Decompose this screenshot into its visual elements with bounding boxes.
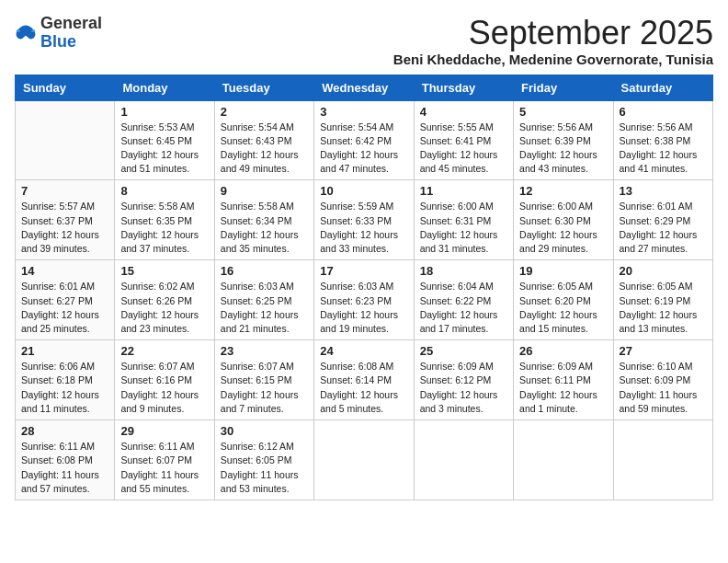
day-content: Sunrise: 5:58 AM Sunset: 6:35 PM Dayligh… (120, 200, 208, 256)
day-number: 20 (620, 264, 707, 278)
day-number: 21 (21, 344, 108, 358)
day-number: 28 (21, 424, 108, 438)
day-number: 29 (120, 424, 208, 438)
day-number: 15 (120, 264, 208, 278)
day-content: Sunrise: 5:59 AM Sunset: 6:33 PM Dayligh… (320, 200, 407, 256)
header-row: SundayMondayTuesdayWednesdayThursdayFrid… (16, 75, 713, 100)
logo: General Blue (15, 15, 102, 52)
calendar-body: 1Sunrise: 5:53 AM Sunset: 6:45 PM Daylig… (16, 100, 713, 500)
day-number: 11 (420, 184, 507, 198)
day-content: Sunrise: 5:55 AM Sunset: 6:41 PM Dayligh… (420, 121, 507, 177)
page-header: General Blue September 2025 Beni Kheddac… (15, 15, 713, 67)
calendar-day: 29Sunrise: 6:11 AM Sunset: 6:07 PM Dayli… (115, 420, 214, 500)
calendar-day: 27Sunrise: 6:10 AM Sunset: 6:09 PM Dayli… (613, 340, 712, 420)
calendar-day: 1Sunrise: 5:53 AM Sunset: 6:45 PM Daylig… (115, 100, 214, 180)
title-block: September 2025 Beni Kheddache, Medenine … (393, 15, 713, 67)
day-content: Sunrise: 5:54 AM Sunset: 6:42 PM Dayligh… (320, 121, 407, 177)
day-number: 19 (519, 264, 607, 278)
column-header-sunday: Sunday (16, 75, 115, 100)
calendar-day: 11Sunrise: 6:00 AM Sunset: 6:31 PM Dayli… (414, 180, 513, 260)
day-content: Sunrise: 6:05 AM Sunset: 6:19 PM Dayligh… (620, 280, 707, 336)
day-number: 8 (120, 184, 208, 198)
calendar-day: 12Sunrise: 6:00 AM Sunset: 6:30 PM Dayli… (514, 180, 613, 260)
calendar-day: 13Sunrise: 6:01 AM Sunset: 6:29 PM Dayli… (613, 180, 712, 260)
calendar-day: 19Sunrise: 6:05 AM Sunset: 6:20 PM Dayli… (514, 260, 613, 340)
calendar-week-1: 1Sunrise: 5:53 AM Sunset: 6:45 PM Daylig… (16, 100, 713, 180)
calendar-day: 22Sunrise: 6:07 AM Sunset: 6:16 PM Dayli… (115, 340, 214, 420)
calendar-header: SundayMondayTuesdayWednesdayThursdayFrid… (16, 75, 713, 100)
day-number: 14 (21, 264, 108, 278)
calendar-week-5: 28Sunrise: 6:11 AM Sunset: 6:08 PM Dayli… (16, 420, 713, 500)
day-number: 12 (519, 184, 607, 198)
day-content: Sunrise: 6:10 AM Sunset: 6:09 PM Dayligh… (620, 360, 707, 416)
day-number: 25 (420, 344, 507, 358)
day-number: 18 (420, 264, 507, 278)
calendar-day: 23Sunrise: 6:07 AM Sunset: 6:15 PM Dayli… (214, 340, 313, 420)
day-content: Sunrise: 6:03 AM Sunset: 6:23 PM Dayligh… (320, 280, 407, 336)
logo-blue: Blue (40, 33, 102, 52)
calendar-day (514, 420, 613, 500)
day-content: Sunrise: 6:07 AM Sunset: 6:16 PM Dayligh… (120, 360, 208, 416)
day-content: Sunrise: 6:01 AM Sunset: 6:27 PM Dayligh… (21, 280, 108, 336)
day-content: Sunrise: 5:56 AM Sunset: 6:39 PM Dayligh… (519, 121, 607, 177)
day-content: Sunrise: 6:08 AM Sunset: 6:14 PM Dayligh… (320, 360, 407, 416)
day-content: Sunrise: 6:12 AM Sunset: 6:05 PM Dayligh… (221, 440, 308, 496)
day-number: 5 (519, 105, 607, 119)
day-number: 23 (221, 344, 308, 358)
calendar-day (16, 100, 115, 180)
calendar-day: 30Sunrise: 6:12 AM Sunset: 6:05 PM Dayli… (214, 420, 313, 500)
day-content: Sunrise: 5:56 AM Sunset: 6:38 PM Dayligh… (620, 121, 707, 177)
day-content: Sunrise: 5:58 AM Sunset: 6:34 PM Dayligh… (221, 200, 308, 256)
day-number: 9 (221, 184, 308, 198)
calendar-day: 4Sunrise: 5:55 AM Sunset: 6:41 PM Daylig… (414, 100, 513, 180)
calendar-day: 24Sunrise: 6:08 AM Sunset: 6:14 PM Dayli… (314, 340, 414, 420)
calendar-day: 2Sunrise: 5:54 AM Sunset: 6:43 PM Daylig… (214, 100, 313, 180)
day-content: Sunrise: 6:00 AM Sunset: 6:31 PM Dayligh… (420, 200, 507, 256)
calendar-week-3: 14Sunrise: 6:01 AM Sunset: 6:27 PM Dayli… (16, 260, 713, 340)
calendar-day: 7Sunrise: 5:57 AM Sunset: 6:37 PM Daylig… (16, 180, 115, 260)
day-number: 10 (320, 184, 407, 198)
calendar-day: 28Sunrise: 6:11 AM Sunset: 6:08 PM Dayli… (16, 420, 115, 500)
day-number: 4 (420, 105, 507, 119)
column-header-wednesday: Wednesday (314, 75, 414, 100)
day-content: Sunrise: 6:00 AM Sunset: 6:30 PM Dayligh… (519, 200, 607, 256)
column-header-saturday: Saturday (613, 75, 712, 100)
day-number: 27 (620, 344, 707, 358)
day-content: Sunrise: 6:11 AM Sunset: 6:08 PM Dayligh… (21, 440, 108, 496)
day-number: 26 (519, 344, 607, 358)
calendar-day: 18Sunrise: 6:04 AM Sunset: 6:22 PM Dayli… (414, 260, 513, 340)
calendar-day: 16Sunrise: 6:03 AM Sunset: 6:25 PM Dayli… (214, 260, 313, 340)
day-content: Sunrise: 5:57 AM Sunset: 6:37 PM Dayligh… (21, 200, 108, 256)
day-number: 6 (620, 105, 707, 119)
calendar-table: SundayMondayTuesdayWednesdayThursdayFrid… (15, 75, 713, 500)
calendar-day: 3Sunrise: 5:54 AM Sunset: 6:42 PM Daylig… (314, 100, 414, 180)
calendar-day: 14Sunrise: 6:01 AM Sunset: 6:27 PM Dayli… (16, 260, 115, 340)
day-content: Sunrise: 5:54 AM Sunset: 6:43 PM Dayligh… (221, 121, 308, 177)
day-content: Sunrise: 6:03 AM Sunset: 6:25 PM Dayligh… (221, 280, 308, 336)
day-number: 2 (221, 105, 308, 119)
day-content: Sunrise: 6:04 AM Sunset: 6:22 PM Dayligh… (420, 280, 507, 336)
calendar-day: 5Sunrise: 5:56 AM Sunset: 6:39 PM Daylig… (514, 100, 613, 180)
logo-bird-icon (15, 24, 37, 42)
day-number: 3 (320, 105, 407, 119)
column-header-tuesday: Tuesday (214, 75, 313, 100)
calendar-day: 25Sunrise: 6:09 AM Sunset: 6:12 PM Dayli… (414, 340, 513, 420)
calendar-day (414, 420, 513, 500)
calendar-day: 26Sunrise: 6:09 AM Sunset: 6:11 PM Dayli… (514, 340, 613, 420)
day-content: Sunrise: 6:05 AM Sunset: 6:20 PM Dayligh… (519, 280, 607, 336)
column-header-thursday: Thursday (414, 75, 513, 100)
logo-text: General Blue (40, 15, 102, 52)
day-content: Sunrise: 6:02 AM Sunset: 6:26 PM Dayligh… (120, 280, 208, 336)
day-number: 17 (320, 264, 407, 278)
calendar-day: 10Sunrise: 5:59 AM Sunset: 6:33 PM Dayli… (314, 180, 414, 260)
calendar-day: 8Sunrise: 5:58 AM Sunset: 6:35 PM Daylig… (115, 180, 214, 260)
day-content: Sunrise: 5:53 AM Sunset: 6:45 PM Dayligh… (120, 121, 208, 177)
day-number: 30 (221, 424, 308, 438)
month-title: September 2025 (393, 15, 713, 52)
day-content: Sunrise: 6:06 AM Sunset: 6:18 PM Dayligh… (21, 360, 108, 416)
column-header-friday: Friday (514, 75, 613, 100)
calendar-day: 15Sunrise: 6:02 AM Sunset: 6:26 PM Dayli… (115, 260, 214, 340)
day-number: 16 (221, 264, 308, 278)
calendar-day (613, 420, 712, 500)
day-number: 13 (620, 184, 707, 198)
